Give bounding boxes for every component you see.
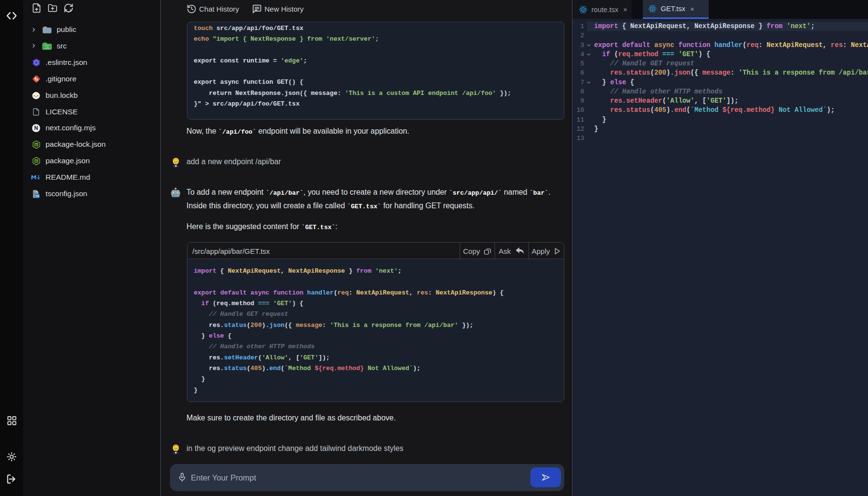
svg-text:TS: TS — [35, 194, 39, 197]
svg-text:N: N — [34, 125, 38, 131]
svg-text:JS: JS — [34, 159, 38, 162]
svg-text:</>: </> — [44, 45, 50, 49]
svg-text:JS: JS — [34, 143, 38, 146]
